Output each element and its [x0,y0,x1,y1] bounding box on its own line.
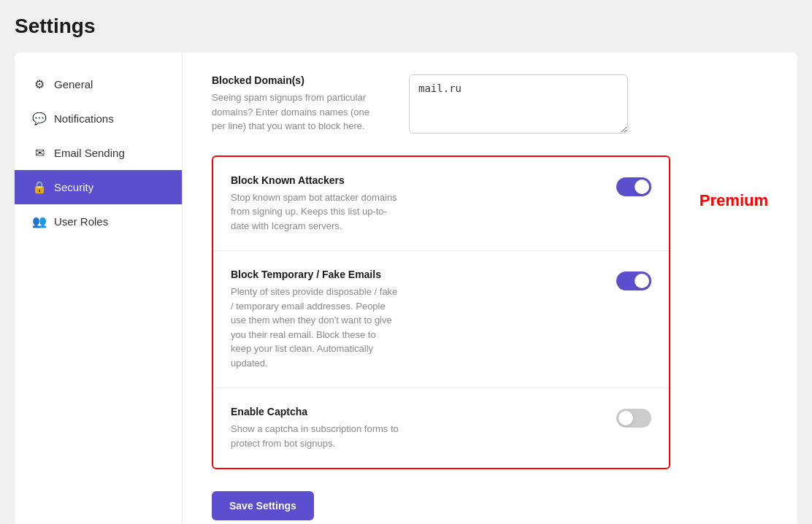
enable-captcha-description: Show a captcha in subscription forms to … [231,422,399,450]
sidebar-item-user-roles[interactable]: 👥 User Roles [15,204,182,239]
enable-captcha-row: Enable Captcha Show a captcha in subscri… [213,388,669,468]
content-area: Blocked Domain(s) Seeing spam signups fr… [183,53,797,524]
block-known-attackers-row: Block Known Attackers Stop known spam bo… [213,157,669,252]
sidebar-item-notifications[interactable]: 💬 Notifications [15,101,182,136]
blocked-domains-label: Blocked Domain(s) [212,74,380,86]
block-known-attackers-toggle[interactable] [616,177,651,196]
enable-captcha-label: Enable Captcha [231,406,594,417]
toggle-track [616,177,651,196]
sidebar-item-email-sending[interactable]: ✉ Email Sending [15,136,182,170]
toggle-track [616,271,651,290]
toggle-thumb [635,274,649,288]
page-title: Settings [15,15,797,38]
sidebar: ⚙ General 💬 Notifications ✉ Email Sendin… [15,53,183,524]
blocked-domains-section: Blocked Domain(s) Seeing spam signups fr… [212,74,670,134]
block-temporary-emails-label: Block Temporary / Fake Emails [231,269,594,280]
main-card: ⚙ General 💬 Notifications ✉ Email Sendin… [15,53,797,524]
sidebar-item-label: Notifications [54,112,114,125]
chat-icon: 💬 [32,112,47,126]
premium-label: Premium [700,191,768,520]
block-known-attackers-label: Block Known Attackers [231,174,594,186]
lock-icon: 🔒 [32,180,47,194]
block-temporary-emails-toggle[interactable] [616,271,651,290]
toggle-track [616,409,651,428]
blocked-domains-input[interactable] [409,74,628,134]
block-temporary-emails-description: Plenty of sites provide disposable / fak… [231,285,399,370]
enable-captcha-toggle[interactable] [616,409,651,428]
toggle-thumb [635,180,649,194]
sidebar-item-label: General [54,78,93,90]
toggle-thumb [618,411,633,425]
sidebar-item-label: User Roles [54,215,108,228]
gear-icon: ⚙ [32,77,47,91]
sidebar-item-label: Email Sending [54,147,125,159]
email-icon: ✉ [32,146,47,160]
sidebar-item-general[interactable]: ⚙ General [15,67,182,101]
sidebar-item-label: Security [54,181,93,193]
sidebar-item-security[interactable]: 🔒 Security [15,170,182,204]
security-settings-box: Block Known Attackers Stop known spam bo… [212,155,670,470]
block-known-attackers-description: Stop known spam bot attacker domains fro… [231,190,399,234]
blocked-domains-description: Seeing spam signups from particular doma… [212,90,380,134]
users-icon: 👥 [32,215,47,228]
save-settings-button[interactable]: Save Settings [212,491,314,520]
block-temporary-emails-row: Block Temporary / Fake Emails Plenty of … [213,251,669,388]
